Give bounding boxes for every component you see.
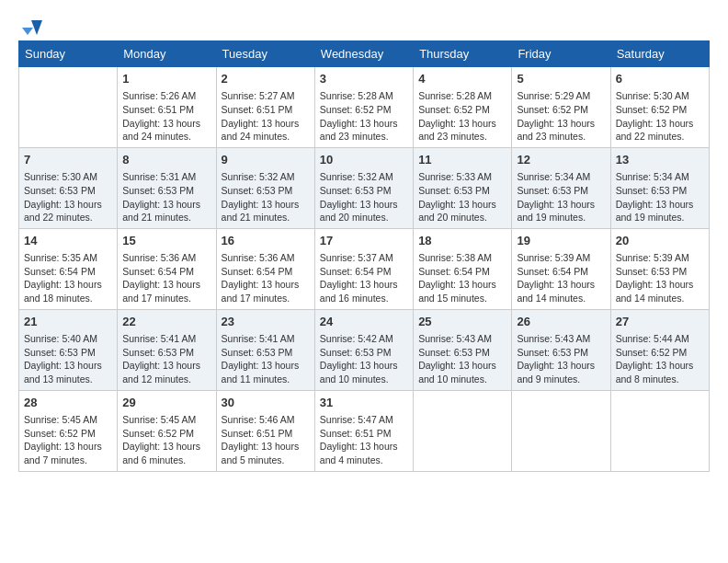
page-header xyxy=(18,18,710,31)
day-info-line: Sunrise: 5:45 AM xyxy=(122,413,210,427)
day-info-line: and 21 minutes. xyxy=(122,211,210,224)
day-info-line: Daylight: 13 hours xyxy=(122,198,210,212)
day-info-line: Sunrise: 5:28 AM xyxy=(320,89,408,103)
day-info-line: Daylight: 13 hours xyxy=(222,440,310,454)
day-number: 30 xyxy=(222,395,310,411)
day-info-line: Sunrise: 5:39 AM xyxy=(517,251,605,265)
day-info-line: Daylight: 13 hours xyxy=(24,440,112,454)
day-info-line: Daylight: 13 hours xyxy=(616,198,704,212)
day-info-line: and 23 minutes. xyxy=(517,130,605,144)
day-number: 14 xyxy=(24,233,112,249)
day-info-line: Sunset: 6:52 PM xyxy=(24,427,112,441)
day-info-line: Sunset: 6:52 PM xyxy=(122,427,210,441)
day-info-line: Sunset: 6:54 PM xyxy=(222,265,310,279)
day-info-line: Daylight: 13 hours xyxy=(122,117,210,131)
day-info-line: and 5 minutes. xyxy=(222,454,310,467)
day-info-line: and 16 minutes. xyxy=(320,292,408,305)
calendar-cell: 13Sunrise: 5:34 AMSunset: 6:53 PMDayligh… xyxy=(610,147,709,228)
calendar-cell: 31Sunrise: 5:47 AMSunset: 6:51 PMDayligh… xyxy=(314,390,413,471)
calendar-cell: 3Sunrise: 5:28 AMSunset: 6:52 PMDaylight… xyxy=(314,67,413,148)
day-info-line: and 22 minutes. xyxy=(616,130,704,144)
day-info-line: Daylight: 13 hours xyxy=(320,198,408,212)
day-number: 8 xyxy=(122,152,210,168)
day-info-line: Daylight: 13 hours xyxy=(222,117,310,131)
calendar-cell: 29Sunrise: 5:45 AMSunset: 6:52 PMDayligh… xyxy=(118,390,216,471)
day-info-line: Daylight: 13 hours xyxy=(122,359,210,373)
day-info-line: Sunrise: 5:36 AM xyxy=(122,251,210,265)
day-info-line: and 7 minutes. xyxy=(24,454,112,467)
day-info-line: Sunrise: 5:29 AM xyxy=(517,89,605,103)
day-info-line: and 14 minutes. xyxy=(517,292,605,305)
day-info-line: Sunrise: 5:35 AM xyxy=(24,251,112,265)
day-info-line: and 24 minutes. xyxy=(122,130,210,144)
day-info-line: and 20 minutes. xyxy=(320,211,408,224)
day-info-line: Sunset: 6:53 PM xyxy=(418,346,506,360)
calendar-cell: 4Sunrise: 5:28 AMSunset: 6:52 PMDaylight… xyxy=(414,67,512,148)
day-info-line: Sunrise: 5:41 AM xyxy=(122,332,210,346)
calendar-cell: 22Sunrise: 5:41 AMSunset: 6:53 PMDayligh… xyxy=(118,309,216,390)
day-info-line: Daylight: 13 hours xyxy=(222,359,310,373)
day-info-line: Sunset: 6:53 PM xyxy=(122,184,210,198)
day-number: 21 xyxy=(24,314,112,330)
calendar-cell: 6Sunrise: 5:30 AMSunset: 6:52 PMDaylight… xyxy=(610,67,709,148)
logo-icon xyxy=(22,18,44,37)
day-info-line: Sunset: 6:54 PM xyxy=(122,265,210,279)
weekday-header: Saturday xyxy=(610,41,709,67)
day-info-line: and 19 minutes. xyxy=(517,211,605,224)
calendar-week-row: 28Sunrise: 5:45 AMSunset: 6:52 PMDayligh… xyxy=(19,390,710,471)
day-info-line: Daylight: 13 hours xyxy=(320,117,408,131)
day-info-line: and 10 minutes. xyxy=(418,373,506,386)
calendar-cell: 25Sunrise: 5:43 AMSunset: 6:53 PMDayligh… xyxy=(414,309,512,390)
logo xyxy=(18,18,44,31)
weekday-header: Wednesday xyxy=(314,41,413,67)
day-info-line: Sunset: 6:52 PM xyxy=(320,103,408,117)
day-info-line: Sunrise: 5:26 AM xyxy=(122,89,210,103)
day-number: 20 xyxy=(616,233,704,249)
calendar-week-row: 7Sunrise: 5:30 AMSunset: 6:53 PMDaylight… xyxy=(19,147,710,228)
day-info-line: and 11 minutes. xyxy=(222,373,310,386)
day-number: 7 xyxy=(24,152,112,168)
day-number: 22 xyxy=(122,314,210,330)
day-info-line: Sunset: 6:54 PM xyxy=(24,265,112,279)
calendar-cell: 16Sunrise: 5:36 AMSunset: 6:54 PMDayligh… xyxy=(216,228,314,309)
day-info-line: Sunset: 6:51 PM xyxy=(122,103,210,117)
day-info-line: Sunset: 6:53 PM xyxy=(616,184,704,198)
svg-marker-1 xyxy=(22,28,33,35)
day-number: 26 xyxy=(517,314,605,330)
day-info-line: Sunrise: 5:43 AM xyxy=(418,332,506,346)
calendar-table: SundayMondayTuesdayWednesdayThursdayFrid… xyxy=(18,40,710,472)
day-info-line: Sunset: 6:51 PM xyxy=(222,103,310,117)
day-info-line: Daylight: 13 hours xyxy=(616,278,704,292)
day-info-line: Sunrise: 5:32 AM xyxy=(222,170,310,184)
calendar-week-row: 21Sunrise: 5:40 AMSunset: 6:53 PMDayligh… xyxy=(19,309,710,390)
day-info-line: and 22 minutes. xyxy=(24,211,112,224)
day-info-line: Sunrise: 5:34 AM xyxy=(517,170,605,184)
calendar-week-row: 14Sunrise: 5:35 AMSunset: 6:54 PMDayligh… xyxy=(19,228,710,309)
calendar-cell xyxy=(512,390,610,471)
day-info-line: Sunrise: 5:37 AM xyxy=(320,251,408,265)
day-number: 6 xyxy=(616,71,704,87)
day-info-line: and 4 minutes. xyxy=(320,454,408,467)
calendar-cell: 15Sunrise: 5:36 AMSunset: 6:54 PMDayligh… xyxy=(118,228,216,309)
day-info-line: Daylight: 13 hours xyxy=(418,198,506,212)
day-info-line: Sunset: 6:53 PM xyxy=(122,346,210,360)
weekday-header: Thursday xyxy=(414,41,512,67)
calendar-cell: 7Sunrise: 5:30 AMSunset: 6:53 PMDaylight… xyxy=(19,147,118,228)
day-info-line: Sunset: 6:52 PM xyxy=(616,103,704,117)
day-info-line: Daylight: 13 hours xyxy=(222,278,310,292)
calendar-cell: 1Sunrise: 5:26 AMSunset: 6:51 PMDaylight… xyxy=(118,67,216,148)
day-info-line: and 18 minutes. xyxy=(24,292,112,305)
day-info-line: Daylight: 13 hours xyxy=(517,359,605,373)
day-number: 24 xyxy=(320,314,408,330)
day-info-line: Daylight: 13 hours xyxy=(517,278,605,292)
calendar-cell: 2Sunrise: 5:27 AMSunset: 6:51 PMDaylight… xyxy=(216,67,314,148)
weekday-header: Tuesday xyxy=(216,41,314,67)
calendar-cell: 28Sunrise: 5:45 AMSunset: 6:52 PMDayligh… xyxy=(19,390,118,471)
day-number: 12 xyxy=(517,152,605,168)
day-info-line: Daylight: 13 hours xyxy=(616,359,704,373)
day-info-line: Sunset: 6:53 PM xyxy=(320,346,408,360)
day-info-line: Daylight: 13 hours xyxy=(222,198,310,212)
day-info-line: Daylight: 13 hours xyxy=(24,198,112,212)
day-info-line: Sunset: 6:54 PM xyxy=(517,265,605,279)
day-info-line: and 6 minutes. xyxy=(122,454,210,467)
